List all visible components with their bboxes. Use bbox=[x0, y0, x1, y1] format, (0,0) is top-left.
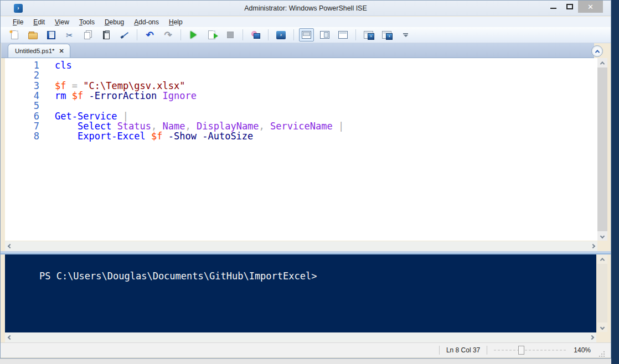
chevron-left-icon bbox=[7, 244, 12, 248]
code-line: 4rm $f -ErrorAction Ignore bbox=[5, 91, 597, 101]
show-powershell-pane-button[interactable] bbox=[379, 28, 394, 41]
show-powershell-pane-icon bbox=[382, 31, 391, 39]
zoom-slider-track[interactable] bbox=[494, 350, 567, 351]
undo-button[interactable]: ↶ bbox=[142, 28, 157, 41]
editor-horizontal-scrollbar[interactable] bbox=[5, 241, 597, 251]
paste-clipboard-icon bbox=[103, 31, 110, 39]
toolbar-separator bbox=[293, 29, 294, 40]
toolbar-separator bbox=[355, 29, 356, 40]
tab-strip: Untitled5.ps1* ✕ bbox=[1, 43, 594, 58]
start-powershell-button[interactable]: › bbox=[274, 28, 288, 41]
code-text: cls bbox=[55, 60, 72, 70]
line-number: 4 bbox=[5, 91, 39, 101]
scroll-down-arrow[interactable] bbox=[597, 231, 607, 241]
stop-operation-button[interactable] bbox=[223, 28, 238, 41]
line-number: 8 bbox=[5, 131, 39, 141]
code-line: 2 bbox=[5, 70, 597, 80]
editor-vertical-scrollbar[interactable] bbox=[597, 58, 607, 241]
console-prompt: PS C:\Users\Douglas\Documents\GitHub\Imp… bbox=[39, 271, 317, 282]
toolbar: ✷ ✂ ↶ ↷ › bbox=[1, 27, 611, 43]
toolbar-separator bbox=[180, 29, 181, 40]
toolbar-separator bbox=[268, 29, 269, 40]
show-script-pane-maximized-button[interactable] bbox=[336, 28, 350, 41]
show-script-pane-right-button[interactable] bbox=[317, 28, 332, 41]
new-script-button[interactable]: ✷ bbox=[7, 28, 22, 41]
paste-button[interactable] bbox=[99, 28, 114, 41]
tab-label: Untitled5.ps1* bbox=[15, 48, 55, 54]
scroll-left-arrow[interactable] bbox=[5, 332, 14, 342]
chevron-right-icon bbox=[590, 244, 595, 248]
minimize-button[interactable] bbox=[545, 1, 561, 13]
script-editor[interactable]: 1cls23$f = "C:\Temp\gsv.xlsx"4rm $f -Err… bbox=[5, 58, 597, 241]
show-script-pane-right-icon bbox=[320, 31, 329, 39]
menu-tools[interactable]: Tools bbox=[75, 18, 99, 27]
chevron-right-icon bbox=[589, 335, 594, 340]
code-text: Select Status, Name, DisplayName, Servic… bbox=[55, 121, 344, 131]
scroll-up-arrow[interactable] bbox=[597, 58, 607, 67]
window-controls: ✕ bbox=[545, 1, 603, 16]
toolbar-separator bbox=[243, 29, 243, 40]
console-vertical-scrollbar[interactable] bbox=[597, 254, 607, 332]
menu-edit[interactable]: Edit bbox=[29, 18, 49, 27]
run-selection-button[interactable] bbox=[204, 28, 219, 41]
new-powershell-tab-button[interactable] bbox=[361, 28, 376, 41]
clear-console-pane-button[interactable] bbox=[117, 28, 132, 41]
toolbar-separator bbox=[137, 29, 137, 40]
menu-view[interactable]: View bbox=[50, 18, 74, 27]
tab-close-icon[interactable]: ✕ bbox=[59, 48, 64, 55]
copy-button[interactable] bbox=[80, 28, 95, 41]
code-line: 6Get-Service | bbox=[5, 111, 597, 121]
line-number: 7 bbox=[5, 121, 39, 131]
menu-help[interactable]: Help bbox=[164, 18, 187, 27]
menu-debug[interactable]: Debug bbox=[100, 18, 128, 27]
redo-icon: ↷ bbox=[164, 29, 172, 41]
maximize-icon bbox=[566, 4, 573, 9]
scroll-down-arrow[interactable] bbox=[597, 323, 607, 332]
scroll-left-arrow[interactable] bbox=[5, 241, 14, 251]
open-script-button[interactable] bbox=[25, 28, 40, 41]
collapse-script-pane-button[interactable] bbox=[591, 45, 603, 57]
close-button[interactable]: ✕ bbox=[578, 1, 603, 13]
line-col-indicator: Ln 8 Col 37 bbox=[446, 346, 480, 354]
status-bar: Ln 8 Col 37 140% bbox=[1, 342, 611, 357]
console-horizontal-scrollbar[interactable] bbox=[5, 332, 596, 342]
show-script-pane-top-icon bbox=[302, 31, 311, 39]
show-script-pane-maximized-icon bbox=[338, 31, 348, 39]
code-text: Get-Service | bbox=[55, 111, 128, 121]
redo-button[interactable]: ↷ bbox=[161, 28, 176, 41]
code-text: $f = "C:\Temp\gsv.xlsx" bbox=[55, 81, 185, 91]
chevron-up-icon bbox=[600, 258, 605, 262]
chevron-up-icon bbox=[600, 61, 605, 66]
cut-button[interactable]: ✂ bbox=[62, 28, 77, 41]
stop-operation-icon bbox=[227, 32, 234, 38]
scroll-up-arrow[interactable] bbox=[597, 254, 607, 264]
save-button[interactable] bbox=[44, 28, 59, 41]
status-separator bbox=[487, 346, 487, 355]
maximize-button[interactable] bbox=[561, 1, 578, 13]
menu-addons[interactable]: Add-ons bbox=[130, 18, 163, 27]
tab-untitled5[interactable]: Untitled5.ps1* ✕ bbox=[8, 44, 70, 58]
resize-grip[interactable] bbox=[599, 351, 605, 357]
scroll-right-arrow[interactable] bbox=[588, 241, 597, 251]
menu-bar: FileEditViewToolsDebugAdd-onsHelp bbox=[1, 17, 611, 27]
new-remote-powershell-tab-button[interactable] bbox=[248, 28, 263, 41]
scroll-right-arrow[interactable] bbox=[587, 332, 596, 342]
code-text: Export-Excel $f -Show -AutoSize bbox=[55, 131, 253, 141]
code-text: rm $f -ErrorAction Ignore bbox=[55, 91, 197, 101]
minimize-icon bbox=[550, 8, 556, 9]
menu-file[interactable]: File bbox=[8, 18, 28, 27]
open-folder-icon bbox=[28, 33, 38, 39]
toolbar-overflow-button[interactable] bbox=[398, 28, 412, 41]
run-script-button[interactable] bbox=[186, 28, 201, 41]
zoom-slider-thumb[interactable] bbox=[518, 346, 524, 355]
console-pane[interactable]: PS C:\Users\Douglas\Documents\GitHub\Imp… bbox=[5, 254, 596, 332]
show-script-pane-top-button[interactable] bbox=[299, 28, 314, 41]
line-number: 6 bbox=[5, 111, 39, 121]
desktop-strip bbox=[0, 358, 611, 364]
new-remote-powershell-tab-icon bbox=[251, 31, 260, 39]
save-floppy-icon bbox=[47, 31, 55, 39]
zoom-slider[interactable] bbox=[494, 345, 567, 355]
copy-icon bbox=[84, 32, 90, 39]
code-line: 5 bbox=[5, 101, 597, 111]
window-title: Administrator: Windows PowerShell ISE bbox=[1, 1, 611, 16]
